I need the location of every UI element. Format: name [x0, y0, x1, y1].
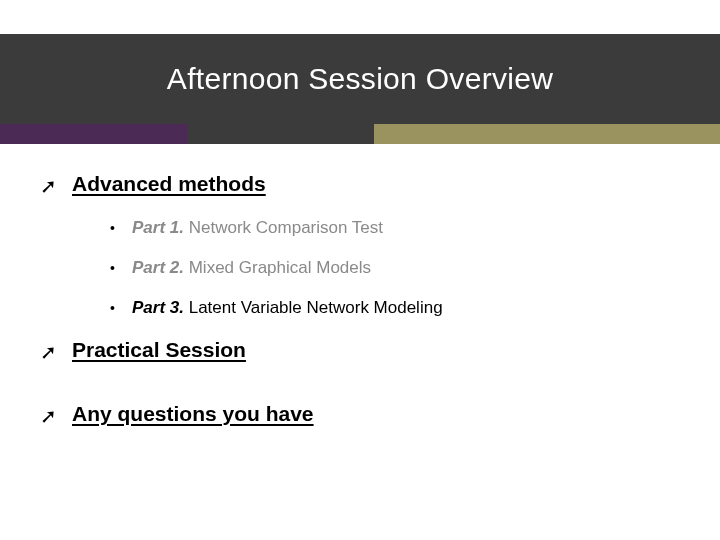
list-item: • Part 2. Mixed Graphical Models	[110, 258, 680, 278]
slide-title: Afternoon Session Overview	[167, 62, 553, 96]
arrow-icon: ➚	[40, 174, 58, 198]
part-rest: Latent Variable Network Modeling	[184, 298, 443, 317]
section-label: Advanced methods	[72, 172, 266, 196]
accent-olive	[374, 124, 720, 144]
spacer	[40, 374, 680, 402]
section-practical-session: ➚ Practical Session	[40, 338, 680, 362]
accent-stripe	[0, 124, 720, 144]
section-label: Any questions you have	[72, 402, 314, 426]
arrow-icon: ➚	[40, 340, 58, 364]
section-any-questions: ➚ Any questions you have	[40, 402, 680, 426]
parts-list: • Part 1. Network Comparison Test • Part…	[40, 208, 680, 318]
slide-content: ➚ Advanced methods • Part 1. Network Com…	[0, 144, 720, 426]
list-item: • Part 3. Latent Variable Network Modeli…	[110, 298, 680, 318]
part-lead: Part 2.	[132, 258, 184, 277]
bullet-icon: •	[110, 301, 118, 315]
title-band: Afternoon Session Overview	[0, 34, 720, 124]
part-lead: Part 1.	[132, 218, 184, 237]
part-rest: Mixed Graphical Models	[184, 258, 371, 277]
section-label: Practical Session	[72, 338, 246, 362]
part-rest: Network Comparison Test	[184, 218, 383, 237]
section-advanced-methods: ➚ Advanced methods	[40, 172, 680, 196]
bullet-icon: •	[110, 261, 118, 275]
arrow-icon: ➚	[40, 404, 58, 428]
top-spacer	[0, 0, 720, 34]
part-lead: Part 3.	[132, 298, 184, 317]
accent-purple	[0, 124, 187, 144]
list-item: • Part 1. Network Comparison Test	[110, 218, 680, 238]
accent-dark	[187, 124, 374, 144]
bullet-icon: •	[110, 221, 118, 235]
